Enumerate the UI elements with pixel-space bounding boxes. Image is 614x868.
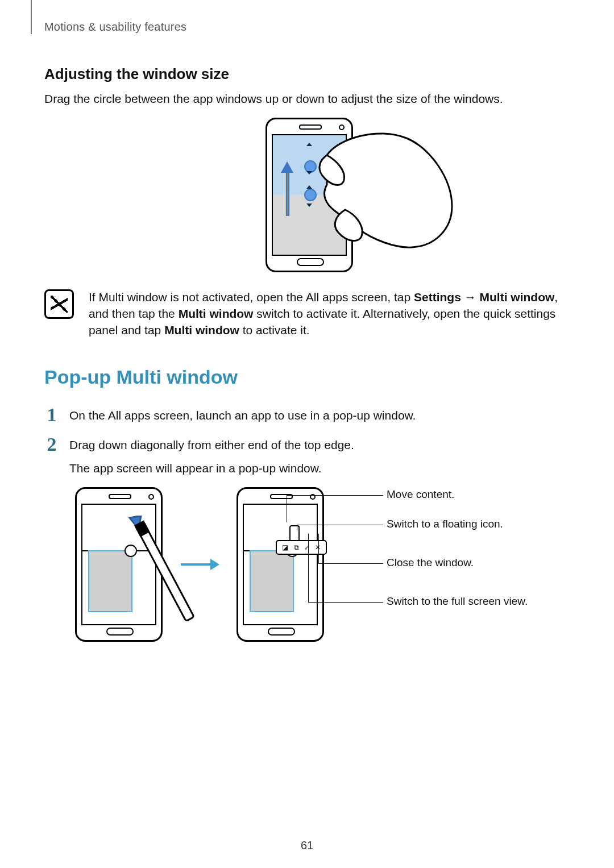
step-2-text: Drag down diagonally from either end of … — [69, 435, 354, 477]
phone-illustration — [265, 118, 353, 272]
svg-rect-5 — [135, 521, 194, 621]
paragraph-adjust-size: Drag the circle between the app windows … — [44, 91, 574, 107]
step-number: 2 — [44, 435, 59, 454]
margin-rule — [31, 0, 32, 34]
svg-rect-3 — [285, 173, 289, 216]
step-1: 1 On the All apps screen, launch an app … — [44, 405, 574, 425]
step-2: 2 Drag down diagonally from either end o… — [44, 435, 574, 477]
step-1-text: On the All apps screen, launch an app to… — [69, 405, 416, 424]
up-arrow-icon — [281, 161, 293, 216]
note-block: If Multi window is not activated, open t… — [44, 289, 574, 339]
callout-fullscreen: Switch to the full screen view. — [387, 595, 528, 608]
page-number: 61 — [0, 839, 614, 852]
note-icon — [44, 289, 74, 319]
stylus-icon — [127, 516, 201, 646]
figure-popup-window: ◪ ⧉ ⤢ ✕ Move content. Switch to a floati… — [75, 487, 574, 642]
running-header: Motions & usability features — [44, 20, 574, 34]
note-text: If Multi window is not activated, open t… — [89, 289, 574, 339]
figure-resize-windows — [44, 118, 574, 272]
drag-tab-icon — [289, 525, 300, 541]
popup-toolbar: ◪ ⧉ ⤢ ✕ — [276, 540, 327, 555]
step-number: 1 — [44, 405, 59, 425]
callout-group: Move content. Switch to a floating icon.… — [341, 487, 574, 642]
callout-floating-icon: Switch to a floating icon. — [387, 518, 503, 530]
close-icon: ✕ — [315, 543, 321, 551]
page: Motions & usability features Adjusting t… — [0, 0, 614, 868]
svg-marker-8 — [210, 559, 219, 570]
callout-move-content: Move content. — [387, 488, 454, 501]
callout-close-window: Close the window. — [387, 556, 474, 569]
heading-adjusting-window-size: Adjusting the window size — [44, 65, 574, 83]
phone-illustration-right: ◪ ⧉ ⤢ ✕ — [237, 487, 324, 642]
heading-popup-multi-window: Pop-up Multi window — [44, 366, 574, 388]
move-content-icon: ◪ — [282, 543, 288, 551]
split-handle-icon — [304, 189, 317, 201]
fullscreen-icon: ⤢ — [304, 543, 310, 551]
floating-icon: ⧉ — [294, 543, 299, 551]
